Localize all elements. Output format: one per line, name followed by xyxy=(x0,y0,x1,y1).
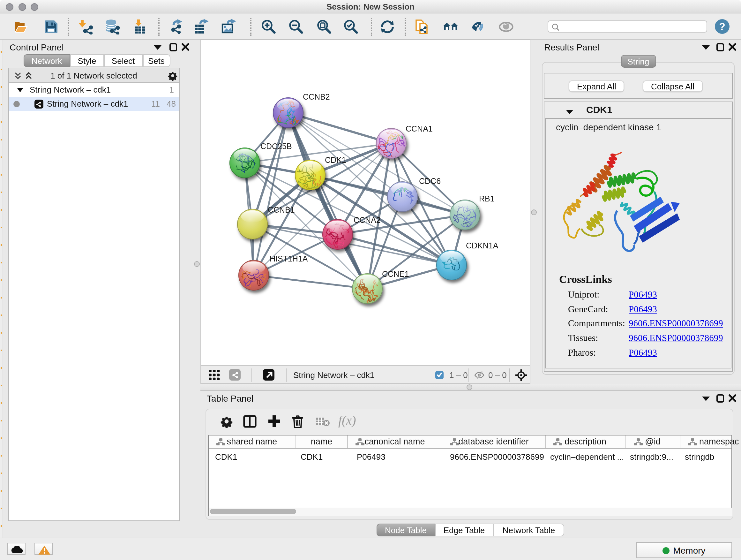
svg-text:CCNA2: CCNA2 xyxy=(354,215,381,225)
svg-text:CCNB1: CCNB1 xyxy=(268,205,295,214)
svg-text:HIST1H1A: HIST1H1A xyxy=(270,254,308,263)
svg-text:CCNB2: CCNB2 xyxy=(303,92,330,101)
svg-text:CCNA1: CCNA1 xyxy=(406,124,433,133)
svg-text:CCNE1: CCNE1 xyxy=(382,269,409,278)
svg-text:CDC25B: CDC25B xyxy=(260,142,292,151)
svg-text:CDKN1A: CDKN1A xyxy=(466,241,498,250)
svg-text:CDK1: CDK1 xyxy=(325,155,346,165)
svg-text:RB1: RB1 xyxy=(479,194,495,203)
svg-text:CDC6: CDC6 xyxy=(419,177,441,186)
